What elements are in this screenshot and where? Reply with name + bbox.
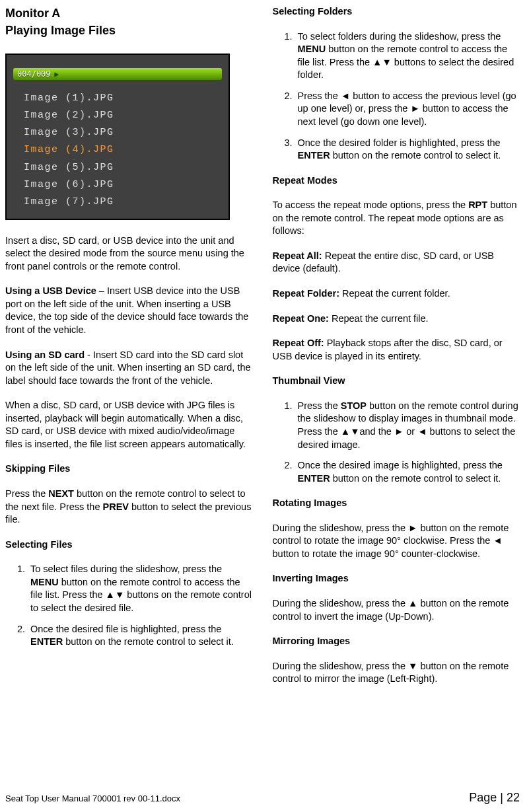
- text: Once the desired file is highlighted, pr…: [30, 624, 221, 634]
- footer-page: Page | 22: [469, 790, 520, 805]
- repeat-folder-label: Repeat Folder:: [273, 288, 340, 299]
- list-item: Once the desired file is highlighted, pr…: [28, 623, 253, 649]
- file-row: Image (5).JPG: [24, 161, 114, 174]
- next-label: NEXT: [48, 488, 74, 499]
- page-title-2: Playing Image Files: [5, 22, 253, 38]
- repeat-off-label: Repeat Off:: [273, 338, 324, 348]
- usb-paragraph: Using a USB Device – Insert USB device i…: [5, 285, 253, 336]
- list-item: Press the ◄ button to access the previou…: [295, 90, 520, 129]
- repeat-intro: To access the repeat mode options, press…: [273, 199, 520, 238]
- left-column: Monitor A Playing Image Files 004/009 Im…: [5, 5, 253, 686]
- mirroring-paragraph: During the slideshow, press the ▼ button…: [273, 660, 520, 686]
- thumbnail-heading: Thumbnail View: [273, 375, 520, 388]
- footer-filename: Seat Top User Manual 700001 rev 00-11.do…: [5, 793, 180, 805]
- text: Once the desired image is highlighted, p…: [298, 460, 503, 470]
- file-row: Image (3).JPG: [24, 126, 114, 139]
- sd-label: Using an SD card: [5, 350, 85, 360]
- stop-label: STOP: [341, 400, 367, 411]
- inverting-heading: Inverting Images: [273, 572, 520, 585]
- enter-label: ENTER: [30, 636, 63, 647]
- selecting-files-list: To select files during the slideshow, pr…: [5, 563, 253, 648]
- text: Press the: [298, 400, 341, 411]
- repeat-one-label: Repeat One:: [273, 313, 329, 324]
- usb-label: Using a USB Device: [5, 285, 96, 296]
- mirroring-heading: Mirroring Images: [273, 635, 520, 648]
- skipping-files-heading: Skipping Files: [5, 462, 253, 476]
- device-screenshot: 004/009 Image (1).JPG Image (2).JPG Imag…: [5, 54, 230, 220]
- selecting-folders-list: To select folders during the slideshow, …: [273, 30, 520, 163]
- text: button on the remote control to select i…: [63, 636, 234, 647]
- text: To select folders during the slideshow, …: [298, 31, 501, 42]
- sd-paragraph: Using an SD card - Insert SD card into t…: [5, 349, 253, 388]
- file-row-selected: Image (4).JPG: [24, 143, 114, 157]
- skipping-paragraph: Press the NEXT button on the remote cont…: [5, 488, 253, 527]
- file-row: Image (1).JPG: [24, 92, 114, 105]
- text: button on the remote control to access t…: [30, 577, 252, 613]
- menu-label: MENU: [30, 577, 59, 587]
- repeat-all: Repeat All: Repeat the entire disc, SD c…: [273, 250, 520, 276]
- selecting-files-heading: Selecting Files: [5, 538, 253, 552]
- page-title-1: Monitor A: [5, 5, 253, 21]
- rotating-heading: Rotating Images: [273, 497, 520, 510]
- list-item: Press the STOP button on the remote cont…: [295, 400, 520, 451]
- list-item: Once the desired folder is highlighted, …: [295, 137, 520, 163]
- text: button on the remote control to access t…: [298, 44, 514, 80]
- counter-bar: 004/009: [13, 68, 222, 80]
- file-row: Image (6).JPG: [24, 178, 114, 192]
- text: To access the repeat mode options, press…: [273, 200, 469, 210]
- right-column: Selecting Folders To select folders duri…: [273, 5, 520, 686]
- text: button on the remote control to select i…: [330, 150, 501, 161]
- list-item: Once the desired image is highlighted, p…: [295, 459, 520, 485]
- text: Repeat the current folder.: [339, 288, 450, 299]
- auto-paragraph: When a disc, SD card, or USB device with…: [5, 399, 253, 451]
- text: Press the: [5, 488, 48, 499]
- inverting-paragraph: During the slideshow, press the ▲ button…: [273, 597, 520, 623]
- prev-label: PREV: [103, 501, 129, 512]
- text: Repeat the current file.: [329, 313, 429, 324]
- footer: Seat Top User Manual 700001 rev 00-11.do…: [5, 790, 520, 805]
- rpt-label: RPT: [468, 200, 487, 210]
- text: To select files during the slideshow, pr…: [30, 564, 222, 574]
- list-item: To select folders during the slideshow, …: [295, 30, 520, 82]
- text: Once the desired folder is highlighted, …: [298, 137, 501, 148]
- repeat-folder: Repeat Folder: Repeat the current folder…: [273, 287, 520, 301]
- enter-label: ENTER: [298, 150, 330, 161]
- rotating-paragraph: During the slideshow, press the ► button…: [273, 522, 520, 561]
- file-row: Image (2).JPG: [24, 109, 114, 122]
- selecting-folders-heading: Selecting Folders: [273, 5, 520, 18]
- enter-label: ENTER: [298, 473, 330, 484]
- thumbnail-list: Press the STOP button on the remote cont…: [273, 400, 520, 485]
- repeat-off: Repeat Off: Playback stops after the dis…: [273, 337, 520, 363]
- list-item: To select files during the slideshow, pr…: [28, 563, 253, 614]
- repeat-all-label: Repeat All:: [273, 250, 322, 261]
- menu-label: MENU: [298, 44, 326, 54]
- text: button on the remote control to select i…: [330, 473, 501, 484]
- intro-paragraph: Insert a disc, SD card, or USB device in…: [5, 235, 253, 274]
- file-list: Image (1).JPG Image (2).JPG Image (3).JP…: [24, 92, 114, 213]
- file-row: Image (7).JPG: [24, 196, 114, 209]
- repeat-modes-heading: Repeat Modes: [273, 174, 520, 188]
- repeat-one: Repeat One: Repeat the current file.: [273, 313, 520, 326]
